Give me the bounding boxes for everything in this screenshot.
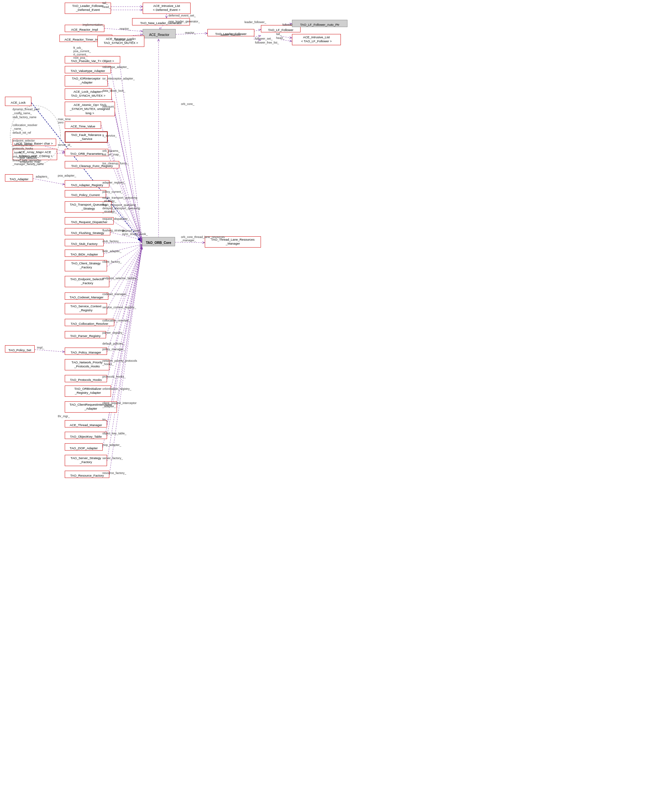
node-tao-protocols-hooks: TAO_Protocols_Hooks bbox=[65, 375, 107, 382]
svg-line-50 bbox=[175, 242, 205, 243]
label-reactor2: reactor_ bbox=[185, 31, 196, 34]
node-tao-policy-set: TAO_Policy_Set bbox=[5, 345, 35, 353]
label-server-factory: server_factory_ bbox=[102, 456, 123, 460]
label-ft-service: ft_service_ bbox=[102, 134, 117, 137]
label-valuetype-adapter: valuetype_adapter_ bbox=[102, 66, 128, 69]
label-client-factory: client_factory_ bbox=[102, 260, 122, 263]
label-client-request-interceptor: client_request_interceptor bbox=[102, 401, 137, 404]
label-strategy2: _strategy_ bbox=[102, 210, 116, 213]
node-tao-parser-registry: TAO_Parser_Registry bbox=[65, 331, 106, 338]
label-flush-transport: flush_transport_queueing bbox=[102, 203, 136, 207]
node-tao-orb-core: TAO_ORB_Core bbox=[142, 237, 175, 246]
label-reactor1: reactor_ bbox=[119, 27, 130, 31]
label-resource-factory: resource_factory_ bbox=[102, 472, 126, 475]
label-follower: follower bbox=[282, 23, 293, 26]
label-strategy1: _strategy_ bbox=[102, 199, 116, 203]
node-ace-intrusive-list-tao-lf-follower: ACE_Intrusive_List< TAO_LF_Follower > bbox=[292, 34, 341, 45]
label-protocols-hooks: protocols_hooks_ bbox=[102, 375, 126, 378]
label-eager-transport: eager_transport_queueing bbox=[102, 196, 138, 199]
svg-line-36 bbox=[109, 246, 142, 297]
label-endpoint-selector-factory: endpoint_selector_factory_ bbox=[102, 276, 138, 280]
label-tail2: tail_ bbox=[276, 32, 282, 36]
node-tao-ziop-adapter: TAO_ZIOP_Adapter bbox=[65, 443, 103, 450]
svg-line-44 bbox=[117, 247, 142, 408]
node-tao-iorinterceptor-adapter: TAO_IORInterceptor_Adapter bbox=[65, 75, 108, 87]
label-nofcount: nofcount_ bbox=[102, 105, 116, 108]
node-tao-policy-current: TAO_Policy_Current bbox=[65, 190, 106, 197]
label-delayed-transport: delayed_transport_queueing bbox=[102, 207, 140, 210]
label-adapter-registry: adapter_registry_ bbox=[102, 181, 125, 184]
node-tao-client-strategy-factory: TAO_Client_Strategy_Factory bbox=[65, 260, 107, 271]
label-reverse-lock: reverse_lock_ bbox=[115, 38, 133, 41]
node-ace-time-value: ACE_Time_Value bbox=[65, 122, 101, 129]
node-tao-codeset-manager: TAO_Codeset_Manager bbox=[65, 293, 109, 300]
node-ace-thread-manager: ACE_Thread_Manager bbox=[65, 420, 107, 427]
label-leader-follower2: leader_follower_ bbox=[221, 33, 242, 36]
label-head2: head_ bbox=[276, 36, 284, 40]
node-ace-intrusive-list-deferred-event: ACE_Intrusive_List< Deferred_Event > bbox=[143, 3, 191, 14]
node-tao-objectkey-table: TAO_ObjectKey_Table bbox=[65, 432, 107, 439]
label-rt-current: rt_current_ bbox=[73, 53, 88, 56]
node-tao-stub-factory: TAO_Stub_Factory bbox=[65, 239, 104, 246]
label-impl: impl_ bbox=[37, 346, 44, 349]
label-policy-manager: policy_manager_ bbox=[102, 348, 125, 351]
node-tao-lf-follower-auto-ptr: TAO_LF_Follower_Auto_Ptr bbox=[292, 20, 347, 27]
svg-line-22 bbox=[114, 109, 142, 242]
label-flushing-strategy: flushing_strategy_ bbox=[102, 229, 127, 232]
label-ft-orb: ft_orb_ bbox=[73, 46, 83, 49]
svg-line-9 bbox=[254, 29, 261, 31]
node-ace-atomic-op: ACE_Atomic_Op< TAO_SYNCH_MUTEX, unsigned… bbox=[65, 102, 115, 116]
label-poa-current: poa_current_ bbox=[73, 49, 91, 53]
node-ace-reactor: ACE_Reactor bbox=[143, 29, 176, 38]
label-data-block-lock: data_block_lock_ bbox=[102, 89, 125, 92]
label-manager: _manager_ bbox=[181, 239, 196, 242]
label-pref-network: pref_network_ bbox=[20, 156, 39, 160]
label-codeset-manager: codeset_manager_ bbox=[102, 293, 128, 296]
label-policy-current: policy_current_ bbox=[102, 190, 122, 194]
label-poa-adapter: poa_adapter_ bbox=[58, 174, 76, 177]
label-deferred-event-set: deferred_event_set_ bbox=[168, 14, 196, 17]
label-parser-registry: parser_registry_ bbox=[102, 331, 124, 334]
node-tao-policy-manager: TAO_Policy_Manager bbox=[65, 348, 107, 355]
label-tm: tm_ bbox=[102, 418, 107, 421]
label-new-leader-generator: new_leader_generator_ bbox=[168, 20, 200, 23]
node-tao-orb-parameters: TAO_ORB_Parameters bbox=[65, 149, 109, 156]
label-collocation-resolver: collocation_resolver_ bbox=[102, 319, 130, 322]
label-service-context-registry: service_context_registry_ bbox=[102, 306, 136, 309]
label-stub-factory: stub_factory_ bbox=[102, 240, 120, 243]
node-tao-bidir-adapter: TAO_BiDir_Adapter bbox=[65, 250, 104, 257]
node-tao-service-context-registry: TAO_Service_Context_Registry bbox=[65, 303, 107, 314]
label-thr-mgr: thr_mgr_ bbox=[58, 415, 70, 418]
svg-line-13 bbox=[281, 40, 292, 41]
label-tail: tail_ bbox=[102, 2, 108, 5]
svg-line-52 bbox=[35, 350, 65, 352]
label-implementation: implementation_ bbox=[83, 23, 104, 26]
label-request-dispatcher: request_dispatcher_ bbox=[102, 217, 130, 220]
label-endpoints-map: endpoints_map_ bbox=[20, 160, 42, 163]
label-orbinitializer-registry: orbinitializer_registry_ bbox=[102, 387, 132, 391]
label-ior-interceptor-adapter: ior_interceptor_adapter_ bbox=[102, 77, 135, 80]
diagram-container: TAO_Leader_Follower_Deferred_Event ACE_I… bbox=[0, 0, 650, 812]
label-leader-follower1: leader_follower_ bbox=[245, 20, 266, 24]
label-default-policies: default_policies_ bbox=[102, 342, 124, 345]
label-tss-cleanup-funcs: tss_cleanup_funcs_ bbox=[102, 162, 129, 165]
label-follower-free-list: follower_free_list_ bbox=[255, 41, 279, 44]
label-bidir-adapter: bidir_adapter_ bbox=[102, 250, 122, 253]
label-hooks1: _hooks_ bbox=[102, 362, 114, 366]
label-init-ref-map: init_ref_map_ bbox=[102, 153, 121, 156]
label-network-priority-protocols: network_priority_protocols bbox=[102, 359, 137, 362]
label-orb-core: orb_core_ bbox=[181, 102, 194, 105]
node-ace-lock: ACE_Lock bbox=[5, 97, 31, 106]
node-tao-fault-tolerance-service: TAO_Fault_Tolerance_Service bbox=[65, 131, 108, 143]
svg-line-18 bbox=[119, 60, 142, 240]
label-orb-params: orb_params_ bbox=[102, 149, 120, 153]
svg-line-51 bbox=[33, 179, 65, 185]
label-root-poa: root_poa_ bbox=[73, 56, 87, 60]
label-follower-set: follower_set_ bbox=[255, 37, 272, 40]
label-adapters: adapters_ bbox=[36, 175, 49, 178]
node-tao-server-strategy-factory: TAO_Server_Strategy_Factory bbox=[65, 455, 107, 466]
node-tao-adapter: TAO_Adapter bbox=[5, 174, 33, 182]
label-head: head_ bbox=[102, 5, 111, 9]
svg-line-38 bbox=[114, 247, 142, 323]
label-sync-scope-hook: sync_scope_hook_ bbox=[122, 232, 148, 236]
